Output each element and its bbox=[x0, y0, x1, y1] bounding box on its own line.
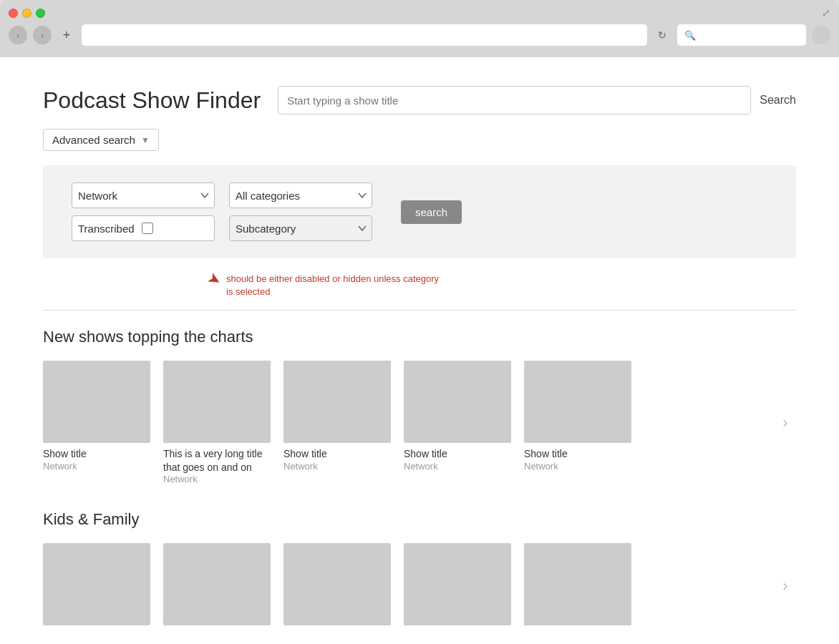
card-network: Network bbox=[163, 474, 271, 484]
card-title: Show title bbox=[43, 447, 150, 460]
list-item[interactable]: Show title Network bbox=[43, 361, 150, 484]
close-button[interactable] bbox=[9, 9, 18, 18]
arrow-icon: ➤ bbox=[204, 268, 225, 291]
address-bar[interactable] bbox=[82, 24, 647, 46]
card-thumbnail bbox=[163, 543, 271, 625]
filter-right: All categories Subcategory bbox=[229, 182, 372, 241]
card-title: Show title bbox=[524, 447, 631, 460]
section1-title: New shows topping the charts bbox=[43, 328, 796, 346]
card-network: Network bbox=[524, 461, 631, 472]
card-network: Network bbox=[404, 461, 511, 472]
browser-content: Podcast Show Finder Search Advanced sear… bbox=[0, 57, 839, 644]
card-title: Show title bbox=[404, 447, 511, 460]
advanced-search-panel: Network Transcribed All categories Subca… bbox=[43, 165, 796, 258]
card-thumbnail bbox=[283, 361, 391, 443]
card-thumbnail bbox=[163, 361, 271, 443]
cards-row-1: Show title Network This is a very long t… bbox=[43, 361, 769, 484]
card-thumbnail bbox=[404, 361, 511, 443]
advanced-search-button[interactable]: search bbox=[401, 200, 462, 224]
section2-title: Kids & Family bbox=[43, 510, 796, 529]
card-network: Network bbox=[283, 461, 391, 472]
subcategory-select[interactable]: Subcategory bbox=[229, 215, 372, 241]
annotation-text: should be either disabled or hidden unle… bbox=[226, 273, 441, 298]
advanced-search-label: Advanced search bbox=[52, 134, 135, 146]
advanced-search-toggle[interactable]: Advanced search ▼ bbox=[43, 129, 159, 151]
card-thumbnail bbox=[524, 361, 631, 443]
page-title: Podcast Show Finder bbox=[43, 87, 261, 114]
browser-search-icon: 🔍 bbox=[684, 30, 696, 41]
card-thumbnail bbox=[404, 543, 511, 625]
panel-actions: search bbox=[401, 200, 462, 224]
filter-left: Network Transcribed bbox=[72, 182, 215, 241]
new-tab-button[interactable]: + bbox=[57, 26, 76, 44]
card-thumbnail bbox=[43, 543, 150, 625]
page-header: Podcast Show Finder Search bbox=[43, 86, 796, 114]
list-item[interactable]: Show title Network bbox=[283, 361, 391, 484]
list-item[interactable]: Show title Network bbox=[524, 361, 631, 484]
next-button-1[interactable]: › bbox=[775, 414, 796, 432]
transcribed-row: Transcribed bbox=[72, 215, 215, 241]
refresh-button[interactable]: ↻ bbox=[653, 26, 671, 44]
network-select[interactable]: Network bbox=[72, 182, 215, 208]
show-title-input[interactable] bbox=[278, 86, 751, 114]
cards-row-2 bbox=[43, 543, 769, 630]
list-item[interactable] bbox=[163, 543, 271, 630]
list-item[interactable] bbox=[524, 543, 631, 630]
browser-profile[interactable] bbox=[812, 26, 830, 44]
card-thumbnail bbox=[43, 361, 150, 443]
traffic-lights bbox=[9, 9, 45, 18]
annotation-container: ➤ should be either disabled or hidden un… bbox=[208, 273, 796, 298]
cards-row-wrapper-1: Show title Network This is a very long t… bbox=[43, 361, 796, 484]
next-button-2[interactable]: › bbox=[775, 577, 796, 595]
browser-chrome: ⤢ ‹ › + ↻ 🔍 bbox=[0, 0, 839, 57]
expand-icon[interactable]: ⤢ bbox=[822, 7, 830, 19]
search-button[interactable]: Search bbox=[760, 94, 796, 107]
search-wrapper: Search bbox=[278, 86, 796, 114]
back-button[interactable]: ‹ bbox=[9, 26, 27, 44]
section-divider bbox=[43, 310, 796, 311]
annotation-block: Subcategory bbox=[229, 215, 372, 241]
cards-row-wrapper-2: › bbox=[43, 543, 796, 630]
card-thumbnail bbox=[524, 543, 631, 625]
card-network: Network bbox=[43, 461, 150, 472]
forward-button[interactable]: › bbox=[33, 26, 52, 44]
list-item[interactable] bbox=[283, 543, 391, 630]
card-title: This is a very long title that goes on a… bbox=[163, 447, 271, 473]
maximize-button[interactable] bbox=[36, 9, 45, 18]
chevron-down-icon: ▼ bbox=[141, 135, 150, 145]
list-item[interactable] bbox=[43, 543, 150, 630]
list-item[interactable]: Show title Network bbox=[404, 361, 511, 484]
card-title: Show title bbox=[283, 447, 391, 460]
category-select[interactable]: All categories bbox=[229, 182, 372, 208]
transcribed-checkbox[interactable] bbox=[142, 223, 153, 234]
list-item[interactable]: This is a very long title that goes on a… bbox=[163, 361, 271, 484]
browser-search-bar[interactable]: 🔍 bbox=[677, 24, 806, 46]
minimize-button[interactable] bbox=[22, 9, 31, 18]
list-item[interactable] bbox=[404, 543, 511, 630]
card-thumbnail bbox=[283, 543, 391, 625]
transcribed-label: Transcribed bbox=[78, 223, 135, 235]
